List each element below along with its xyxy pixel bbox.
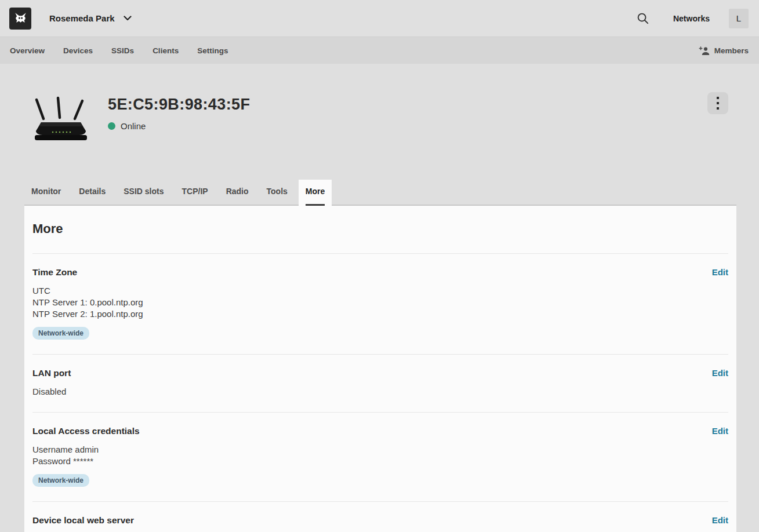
section-title: Time Zone bbox=[32, 267, 77, 278]
section-local-access-credentials: Local Access credentials Edit Username a… bbox=[32, 412, 728, 501]
device-status: Online bbox=[108, 121, 250, 131]
section-values: Disabled bbox=[32, 386, 728, 398]
device-tabs: Monitor Details SSID slots TCP/IP Radio … bbox=[0, 180, 759, 206]
header-actions: Networks L bbox=[636, 9, 749, 28]
members-button[interactable]: Members bbox=[699, 46, 749, 56]
nav-item-overview[interactable]: Overview bbox=[10, 46, 45, 55]
device-page: 5E:C5:9B:98:43:5F Online Monitor Details… bbox=[0, 64, 759, 532]
skull-monster-icon bbox=[13, 10, 28, 26]
password-value: Password ****** bbox=[32, 456, 728, 467]
edit-time-zone-link[interactable]: Edit bbox=[712, 267, 728, 277]
device-header: 5E:C5:9B:98:43:5F Online bbox=[0, 64, 759, 148]
username-value: Username admin bbox=[32, 444, 728, 456]
online-status-label: Online bbox=[121, 121, 146, 131]
online-status-dot bbox=[108, 122, 115, 130]
search-icon[interactable] bbox=[636, 12, 649, 25]
section-values: Username admin Password ****** bbox=[32, 444, 728, 467]
network-selector[interactable]: Rosemeda Park bbox=[49, 13, 132, 23]
nav-item-ssids[interactable]: SSIDs bbox=[111, 46, 134, 55]
network-navbar: Overview Devices SSIDs Clients Settings … bbox=[0, 37, 759, 64]
section-title: Device local web server bbox=[32, 515, 134, 526]
avatar[interactable]: L bbox=[729, 9, 749, 28]
more-panel: More Time Zone Edit UTC NTP Server 1: 0.… bbox=[24, 206, 736, 532]
networks-link[interactable]: Networks bbox=[673, 14, 710, 23]
members-label: Members bbox=[714, 46, 749, 55]
top-header: Rosemeda Park Networks L bbox=[0, 0, 759, 37]
section-device-local-web-server: Device local web server Edit bbox=[32, 501, 728, 532]
ntp-server-1-value: NTP Server 1: 0.pool.ntp.org bbox=[32, 297, 728, 308]
tab-monitor[interactable]: Monitor bbox=[31, 187, 61, 206]
device-info: 5E:C5:9B:98:43:5F Online bbox=[108, 96, 250, 148]
network-name: Rosemeda Park bbox=[49, 13, 115, 23]
edit-local-access-link[interactable]: Edit bbox=[712, 426, 728, 436]
network-wide-badge: Network-wide bbox=[32, 474, 89, 487]
timezone-value: UTC bbox=[32, 285, 728, 297]
vertical-dots-icon bbox=[717, 97, 719, 99]
edit-lan-port-link[interactable]: Edit bbox=[712, 368, 728, 378]
lan-port-value: Disabled bbox=[32, 386, 728, 398]
panel-heading: More bbox=[32, 206, 728, 253]
device-menu-button[interactable] bbox=[707, 92, 728, 114]
network-wide-badge: Network-wide bbox=[32, 327, 89, 340]
tab-radio[interactable]: Radio bbox=[226, 187, 249, 206]
tab-tools[interactable]: Tools bbox=[267, 187, 288, 206]
chevron-down-icon bbox=[124, 16, 132, 21]
nav-item-settings[interactable]: Settings bbox=[197, 46, 228, 55]
section-title: LAN port bbox=[32, 368, 71, 378]
nav-item-clients[interactable]: Clients bbox=[152, 46, 179, 55]
nav-item-devices[interactable]: Devices bbox=[63, 46, 93, 55]
tab-details[interactable]: Details bbox=[79, 187, 106, 206]
section-title: Local Access credentials bbox=[32, 426, 140, 436]
section-values: UTC NTP Server 1: 0.pool.ntp.org NTP Ser… bbox=[32, 285, 728, 320]
device-title: 5E:C5:9B:98:43:5F bbox=[108, 96, 250, 114]
section-time-zone: Time Zone Edit UTC NTP Server 1: 0.pool.… bbox=[32, 253, 728, 354]
brand-logo[interactable] bbox=[9, 8, 31, 30]
add-person-icon bbox=[699, 46, 710, 56]
tab-ssid-slots[interactable]: SSID slots bbox=[124, 187, 164, 206]
section-lan-port: LAN port Edit Disabled bbox=[32, 354, 728, 412]
edit-device-web-server-link[interactable]: Edit bbox=[712, 515, 728, 525]
tab-tcpip[interactable]: TCP/IP bbox=[182, 187, 208, 206]
ntp-server-2-value: NTP Server 2: 1.pool.ntp.org bbox=[32, 308, 728, 320]
device-image bbox=[32, 96, 90, 148]
tab-more[interactable]: More bbox=[299, 180, 332, 206]
